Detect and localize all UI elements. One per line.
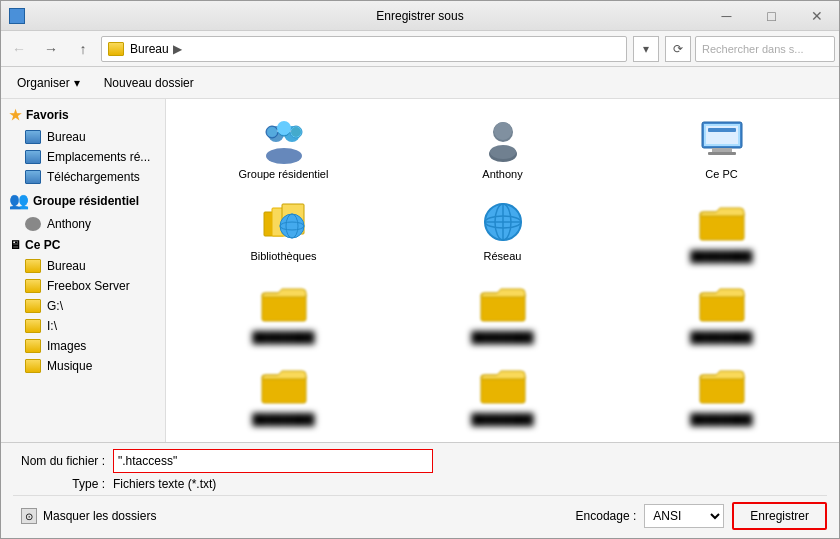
dialog-title: Enregistrer sous: [376, 9, 463, 23]
sidebar-item-images[interactable]: Images: [1, 336, 165, 356]
folder-blue-icon: [25, 150, 41, 164]
file-item-blurred-1[interactable]: ████████: [612, 189, 831, 271]
file-item-blurred-2[interactable]: ████████: [174, 271, 393, 353]
up-button[interactable]: ↑: [69, 36, 97, 62]
refresh-button[interactable]: ⟳: [665, 36, 691, 62]
file-item-label: Groupe résidentiel: [239, 168, 329, 180]
svg-point-10: [291, 127, 301, 137]
person-icon: [25, 217, 41, 231]
sidebar-item-g[interactable]: G:\: [1, 296, 165, 316]
sidebar-section-pc[interactable]: 🖥 Ce PC: [1, 234, 165, 256]
file-item-label: ████████: [252, 331, 314, 343]
file-item-blurred-6[interactable]: ████████: [393, 352, 612, 434]
sidebar-item-freebox[interactable]: Freebox Server: [1, 276, 165, 296]
sidebar-item-anthony[interactable]: Anthony: [1, 214, 165, 234]
breadcrumb[interactable]: Bureau ▶: [101, 36, 627, 62]
file-item-reseau[interactable]: Réseau: [393, 189, 612, 271]
group-icon: [260, 116, 308, 164]
sidebar-item-label: Bureau: [47, 259, 86, 273]
file-item-blurred-5[interactable]: ████████: [174, 352, 393, 434]
bottom-area: Nom du fichier : Type : Fichiers texte (…: [1, 442, 839, 538]
hide-folders-button[interactable]: ⊙ Masquer les dossiers: [13, 504, 164, 528]
folder-yellow-icon: [25, 259, 41, 273]
dialog-icon: [9, 8, 25, 24]
action-bar: ⊙ Masquer les dossiers Encodage : ANSI U…: [13, 495, 827, 532]
organize-button[interactable]: Organiser ▾: [9, 71, 88, 95]
file-item-label: ████████: [690, 413, 752, 425]
encoding-select[interactable]: ANSI UTF-8 UTF-16: [644, 504, 724, 528]
forward-button[interactable]: →: [37, 36, 65, 62]
folder-yellow-icon: [25, 299, 41, 313]
close-button[interactable]: ✕: [794, 1, 839, 31]
filename-label: Nom du fichier :: [13, 454, 113, 468]
sidebar-item-label: I:\: [47, 319, 57, 333]
file-item-blurred-3[interactable]: ████████: [393, 271, 612, 353]
folder-blue-icon: [25, 130, 41, 144]
svg-point-14: [490, 145, 516, 159]
folder-icon: [260, 279, 308, 327]
svg-rect-20: [708, 128, 736, 132]
sidebar-item-bureau2[interactable]: Bureau: [1, 256, 165, 276]
folder-yellow-icon: [25, 339, 41, 353]
encoding-area: Encodage : ANSI UTF-8 UTF-16 Enregistrer: [576, 502, 827, 530]
sidebar-item-label: G:\: [47, 299, 63, 313]
svg-point-13: [494, 122, 512, 140]
file-item-label: ████████: [471, 331, 533, 343]
person-icon: [479, 116, 527, 164]
file-item-blurred-7[interactable]: ████████: [612, 352, 831, 434]
save-button[interactable]: Enregistrer: [732, 502, 827, 530]
file-item-label: Ce PC: [705, 168, 737, 180]
file-item-label: ████████: [690, 250, 752, 262]
folder-icon: [698, 279, 746, 327]
pc-icon: 🖥: [9, 238, 21, 252]
library-icon: [260, 198, 308, 246]
group-icon: 👥: [9, 191, 29, 210]
sidebar-item-telechargements[interactable]: Téléchargements: [1, 167, 165, 187]
breadcrumb-arrow: ▶: [173, 42, 182, 56]
breadcrumb-folder-icon: [108, 42, 124, 56]
save-dialog: Enregistrer sous ─ □ ✕ ← → ↑ Bureau ▶ ▾ …: [0, 0, 840, 539]
file-item-cepc[interactable]: Ce PC: [612, 107, 831, 189]
dropdown-button[interactable]: ▾: [633, 36, 659, 62]
svg-point-2: [266, 148, 302, 164]
sidebar-section-group[interactable]: 👥 Groupe résidentiel: [1, 187, 165, 214]
file-item-anthony[interactable]: Anthony: [393, 107, 612, 189]
sidebar-section-favorites[interactable]: ★ Favoris: [1, 103, 165, 127]
favorites-label: Favoris: [26, 108, 69, 122]
back-button[interactable]: ←: [5, 36, 33, 62]
file-area: Groupe résidentiel Anthony: [166, 99, 839, 442]
sidebar: ★ Favoris Bureau Emplacements ré... Télé…: [1, 99, 166, 442]
folder-yellow-icon: [25, 279, 41, 293]
svg-rect-17: [712, 148, 732, 152]
type-label: Type :: [13, 477, 113, 491]
toolbar: Organiser ▾ Nouveau dossier: [1, 67, 839, 99]
group-label: Groupe résidentiel: [33, 194, 139, 208]
svg-rect-18: [708, 152, 736, 155]
file-item-label: ████████: [252, 413, 314, 425]
sidebar-item-emplacements[interactable]: Emplacements ré...: [1, 147, 165, 167]
minimize-button[interactable]: ─: [704, 1, 749, 31]
file-item-libraries[interactable]: Bibliothèques: [174, 189, 393, 271]
filename-input[interactable]: [113, 449, 433, 473]
collapse-icon: ⊙: [21, 508, 37, 524]
sidebar-item-label: Freebox Server: [47, 279, 130, 293]
file-item-groupe[interactable]: Groupe résidentiel: [174, 107, 393, 189]
search-box[interactable]: Rechercher dans s...: [695, 36, 835, 62]
file-item-blurred-4[interactable]: ████████: [612, 271, 831, 353]
svg-point-9: [277, 121, 291, 135]
folder-icon: [479, 361, 527, 409]
breadcrumb-text: Bureau: [130, 42, 169, 56]
folder-icon: [479, 279, 527, 327]
sidebar-item-musique[interactable]: Musique: [1, 356, 165, 376]
file-item-label: Réseau: [484, 250, 522, 262]
search-placeholder: Rechercher dans s...: [702, 43, 828, 55]
new-folder-button[interactable]: Nouveau dossier: [96, 71, 202, 95]
folder-yellow-icon: [25, 319, 41, 333]
organize-arrow: ▾: [74, 76, 80, 90]
maximize-button[interactable]: □: [749, 1, 794, 31]
sidebar-item-i[interactable]: I:\: [1, 316, 165, 336]
filename-row: Nom du fichier :: [13, 449, 827, 473]
sidebar-item-bureau[interactable]: Bureau: [1, 127, 165, 147]
svg-point-24: [280, 214, 304, 238]
folder-yellow-icon: [25, 359, 41, 373]
